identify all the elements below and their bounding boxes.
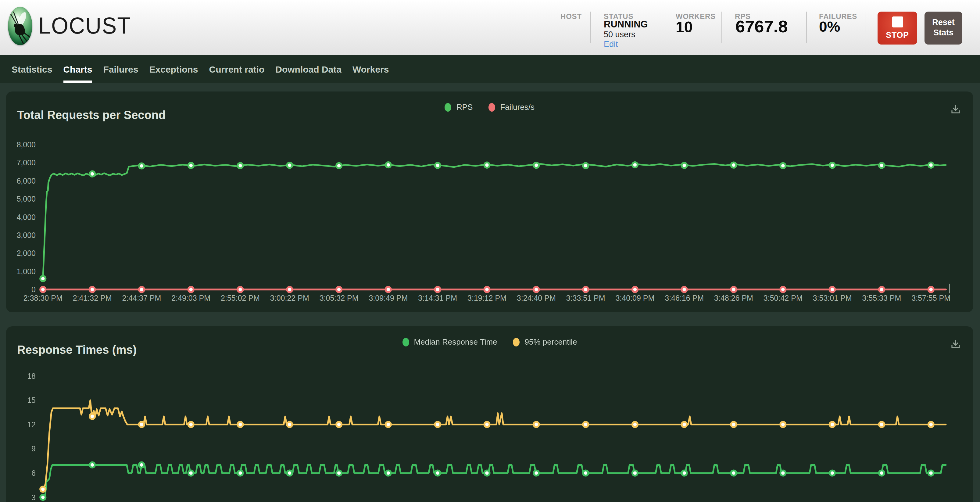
- svg-text:2:41:32 PM: 2:41:32 PM: [73, 294, 112, 302]
- svg-text:3:33:51 PM: 3:33:51 PM: [566, 294, 605, 302]
- edit-link[interactable]: Edit: [604, 39, 618, 48]
- svg-text:3: 3: [32, 493, 36, 502]
- svg-text:9: 9: [32, 445, 36, 453]
- tab-current-ratio[interactable]: Current ratio: [209, 55, 265, 83]
- rps-value: 6767.8: [735, 17, 788, 37]
- response-times-chart-card: Response Times (ms) Median Response Time…: [6, 326, 973, 502]
- main-nav: StatisticsChartsFailuresExceptionsCurren…: [0, 55, 980, 83]
- nav-tabs: StatisticsChartsFailuresExceptionsCurren…: [11, 55, 980, 83]
- svg-text:3:57:55 PM: 3:57:55 PM: [912, 294, 950, 302]
- workers-value: 10: [676, 18, 693, 36]
- svg-text:6,000: 6,000: [16, 177, 36, 185]
- svg-text:12: 12: [27, 420, 36, 429]
- svg-text:4,000: 4,000: [16, 213, 36, 222]
- tab-workers[interactable]: Workers: [353, 55, 389, 83]
- user-count: 50 users: [604, 30, 635, 39]
- charts-page: Total Requests per Second RPS Failures/s…: [0, 83, 980, 502]
- logo-text: LOCUST: [38, 7, 131, 45]
- header-divider: [721, 11, 722, 43]
- rps-chart-plot[interactable]: 01,0002,0003,0004,0005,0006,0007,0008,00…: [6, 91, 973, 312]
- svg-text:5,000: 5,000: [16, 194, 36, 203]
- failures-value: 0%: [819, 18, 840, 35]
- svg-text:3:46:16 PM: 3:46:16 PM: [665, 294, 704, 302]
- tab-failures[interactable]: Failures: [103, 55, 138, 83]
- status-value: RUNNING: [604, 19, 648, 30]
- svg-text:3:14:31 PM: 3:14:31 PM: [418, 294, 457, 302]
- svg-text:2:38:30 PM: 2:38:30 PM: [24, 294, 62, 302]
- tab-statistics[interactable]: Statistics: [11, 55, 52, 83]
- svg-text:3:40:09 PM: 3:40:09 PM: [615, 294, 654, 302]
- stop-button[interactable]: STOP: [878, 11, 917, 45]
- svg-text:6: 6: [32, 469, 36, 477]
- svg-text:7,000: 7,000: [16, 158, 36, 167]
- svg-text:2:44:37 PM: 2:44:37 PM: [122, 294, 161, 302]
- header-divider: [590, 11, 591, 43]
- stop-button-label: STOP: [886, 30, 908, 40]
- svg-text:2:55:02 PM: 2:55:02 PM: [221, 294, 260, 302]
- svg-text:3:19:12 PM: 3:19:12 PM: [468, 294, 506, 302]
- tab-charts[interactable]: Charts: [63, 55, 92, 83]
- svg-text:3:00:22 PM: 3:00:22 PM: [270, 294, 309, 302]
- header-divider: [865, 11, 865, 43]
- svg-text:8,000: 8,000: [16, 140, 36, 149]
- svg-text:3:48:26 PM: 3:48:26 PM: [714, 294, 753, 302]
- tab-exceptions[interactable]: Exceptions: [150, 55, 198, 83]
- svg-text:3:24:40 PM: 3:24:40 PM: [517, 294, 556, 302]
- svg-text:3:55:33 PM: 3:55:33 PM: [862, 294, 901, 302]
- svg-text:15: 15: [27, 396, 36, 405]
- locust-logo: LOCUST: [8, 7, 136, 45]
- svg-text:18: 18: [27, 372, 36, 380]
- svg-text:0: 0: [32, 285, 36, 294]
- response-times-plot[interactable]: 369121518: [6, 326, 973, 502]
- rps-chart-card: Total Requests per Second RPS Failures/s…: [6, 91, 973, 312]
- svg-text:3:50:42 PM: 3:50:42 PM: [764, 294, 803, 302]
- header-divider: [806, 11, 807, 43]
- svg-text:2:49:03 PM: 2:49:03 PM: [171, 294, 210, 302]
- stop-square-icon: [892, 16, 903, 27]
- locust-logo-icon: [8, 7, 32, 45]
- app-header: LOCUST HOST STATUS RUNNING 50 users Edit…: [0, 0, 980, 55]
- svg-text:3:05:32 PM: 3:05:32 PM: [320, 294, 359, 302]
- reset-stats-button[interactable]: Reset Stats: [924, 11, 963, 45]
- host-label: HOST: [560, 12, 582, 21]
- svg-text:2,000: 2,000: [16, 249, 36, 257]
- svg-text:3:09:49 PM: 3:09:49 PM: [369, 294, 408, 302]
- svg-text:1,000: 1,000: [16, 267, 36, 276]
- svg-text:3:53:01 PM: 3:53:01 PM: [813, 294, 852, 302]
- svg-text:3,000: 3,000: [16, 231, 36, 239]
- tab-download-data[interactable]: Download Data: [275, 55, 342, 83]
- header-divider: [662, 11, 662, 43]
- reset-stats-label: Reset Stats: [932, 18, 955, 37]
